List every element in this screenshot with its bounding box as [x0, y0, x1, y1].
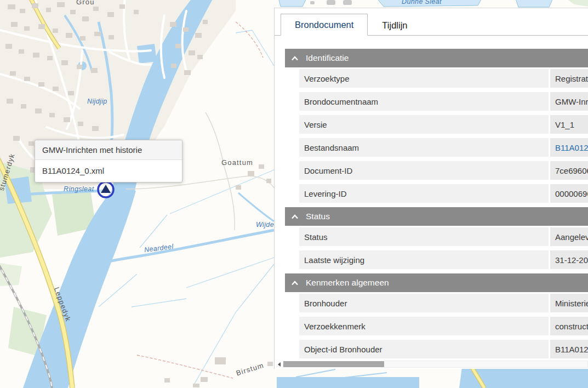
table-row: Levering-ID 00000690 [299, 184, 588, 203]
chevron-up-icon [291, 214, 299, 219]
row-label: Versie [299, 115, 549, 134]
tab-brondocument[interactable]: Brondocument [281, 14, 368, 36]
chevron-up-icon [291, 281, 299, 286]
row-value: Ministerie [550, 294, 588, 312]
tab-bar: Brondocument Tijdlijn [275, 8, 588, 36]
row-label: Bestandsnaam [299, 138, 549, 157]
app-window: Grou Dunne Sleat Nijdjip Goattum Ringsle… [0, 0, 588, 388]
row-label: Verzoektype [299, 69, 549, 88]
table-row: Bestandsnaam B11A0124 [299, 138, 588, 157]
detail-panel: Brondocument Tijdlijn Identificatie Verz… [274, 8, 588, 369]
table-row: Status Aangeleve [299, 227, 588, 246]
section-header-kenmerken[interactable]: Kenmerken algemeen [285, 273, 588, 292]
map-popup: GMW-Inrichten met historie B11A0124_0.xm… [35, 140, 182, 182]
scroll-left-arrow-icon[interactable] [276, 361, 282, 368]
section-title: Identificatie [306, 53, 349, 63]
section-title: Kenmerken algemeen [306, 278, 389, 288]
section-status: Status Status Aangeleve Laatste wijzigin… [285, 207, 588, 269]
row-value: Aangeleve [550, 227, 588, 246]
section-identificatie: Identificatie Verzoektype Registratie Br… [285, 49, 588, 203]
popup-filename: B11A0124_0.xml [35, 160, 182, 182]
table-row: Versie V1_1 [299, 115, 588, 134]
row-value: 00000690 [550, 184, 588, 203]
row-label: Levering-ID [299, 184, 549, 203]
row-value: 7ce69606e [550, 161, 588, 180]
scrollbar-thumb[interactable] [283, 361, 384, 367]
row-label: Document-ID [299, 161, 549, 180]
section-title: Status [306, 212, 330, 221]
row-label: Brondocumentnaam [299, 92, 549, 111]
chevron-up-icon [291, 56, 299, 61]
filename-link[interactable]: B11A0124 [550, 138, 588, 157]
section-kenmerken: Kenmerken algemeen Bronhouder Ministerie… [285, 273, 588, 358]
row-value: V1_1 [550, 115, 588, 134]
table-row: Verzoekkenmerk constructi [299, 317, 588, 335]
table-row: Verzoektype Registratie [299, 69, 588, 88]
row-value: 31-12-202 [550, 250, 588, 269]
table-row: Document-ID 7ce69606e [299, 161, 588, 180]
table-row: Bronhouder Ministerie [299, 294, 588, 312]
row-value: GMW-Inric [550, 92, 588, 111]
section-header-status[interactable]: Status [285, 207, 588, 226]
scrollbar-track[interactable] [384, 361, 588, 368]
gmw-marker-icon[interactable] [98, 182, 113, 197]
table-row: Object-id Bronhouder B11A0124 [299, 340, 588, 358]
row-value: constructi [550, 317, 588, 335]
row-label: Bronhouder [299, 294, 549, 312]
horizontal-scrollbar [276, 361, 588, 368]
row-value: B11A0124 [550, 340, 588, 358]
popup-title: GMW-Inrichten met historie [35, 140, 182, 160]
panel-content: Identificatie Verzoektype Registratie Br… [275, 36, 588, 358]
row-label: Laatste wijziging [299, 250, 549, 269]
row-label: Verzoekkenmerk [299, 317, 549, 335]
section-header-identificatie[interactable]: Identificatie [285, 49, 588, 67]
row-value: Registratie [550, 69, 588, 88]
row-label: Object-id Bronhouder [299, 340, 549, 358]
row-label: Status [299, 227, 549, 246]
table-row: Brondocumentnaam GMW-Inric [299, 92, 588, 111]
table-row: Laatste wijziging 31-12-202 [299, 250, 588, 269]
tab-tijdlijn[interactable]: Tijdlijn [368, 14, 421, 36]
